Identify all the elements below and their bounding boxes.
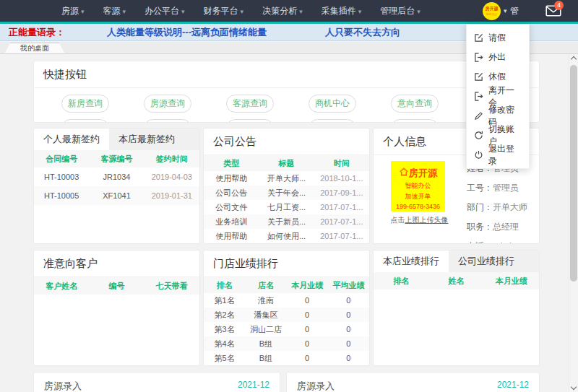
profile-fields: 姓名：管理员 工号：管理员 部门：开单大师 职务：总经理 电话：admin xyxy=(467,159,527,244)
listing-entry-chart-card: 房源录入 2021-12 xyxy=(33,372,280,392)
nav-menu-housing[interactable]: 房源▾ xyxy=(52,0,94,22)
nav-menu-bar: 房源▾ 客源▾ 办公平台▾ 财务平台▾ 决策分析▾ 采集插件▾ 管理后台▾ xyxy=(52,0,430,22)
notification-badge: 4 xyxy=(554,1,564,10)
table-row[interactable]: 使用帮助 如何使用... 2017-07-1... xyxy=(204,229,369,243)
listing-query-button[interactable]: 房源查询 xyxy=(144,95,191,113)
table-header-row: 排名 姓名 本月业绩 xyxy=(374,272,539,289)
user-dropdown-menu: 请假 外出 休假 离开一会 修改密码 切换账户 退出登录 xyxy=(466,24,530,169)
table-header-row: 合同编号 客源编号 签约时间 xyxy=(34,150,199,167)
customer-query-button[interactable]: 客源查询 xyxy=(226,95,274,113)
nav-menu-admin-backend[interactable]: 管理后台▾ xyxy=(371,0,430,22)
performance-tabs: 本店业绩排行 公司业绩排行 xyxy=(374,251,539,272)
add-rent-button[interactable]: 添加出租 xyxy=(144,119,191,123)
floorplan-design-button[interactable]: 户型设计 xyxy=(391,119,439,123)
listing-entry-chart-card: 房源录入 2021-12 xyxy=(286,372,540,392)
table-row[interactable]: 第1名淮南00 xyxy=(204,293,369,308)
ad-phone: 199-6578-3436 xyxy=(391,203,445,210)
table-row[interactable]: 业务培训 关于新员... 2017-07-1... xyxy=(204,214,369,229)
profile-field-position: 职务：总经理 xyxy=(467,217,527,237)
quick-buttons-row2: 添加出售 添加出租 添加求购 添加求租 户型设计 xyxy=(34,119,539,123)
table-row[interactable]: 第5名B组00 xyxy=(204,351,369,365)
ad-slogan-2: 加速开单 xyxy=(391,192,445,201)
tab-personal-signings[interactable]: 个人最新签约 xyxy=(34,129,109,150)
store-ranking-table: 排名 店名 本月业绩 平均业绩 第1名淮南00 第2名潘集区00 第3名洞山二店… xyxy=(204,277,369,365)
power-icon xyxy=(474,150,483,160)
store-ranking-card: 门店业绩排行 排名 店名 本月业绩 平均业绩 第1名淮南00 第2名潘集区00 … xyxy=(203,250,370,366)
prospect-customers-card: 准意向客户 客户姓名 编号 七天带看 xyxy=(33,250,200,366)
quote-text-1: 人类能量等级说明---远离负面情绪能量 xyxy=(107,24,267,41)
top-navbar: 房源▾ 客源▾ 办公平台▾ 财务平台▾ 决策分析▾ 采集插件▾ 管理后台▾ 房开… xyxy=(0,0,578,24)
signings-tabs: 个人最新签约 本店最新签约 xyxy=(34,129,199,150)
table-row[interactable]: 第3名洞山二店00 xyxy=(204,322,369,336)
chevron-down-icon: ▾ xyxy=(123,8,126,15)
quote-text-2: 人只要不失去方向 xyxy=(325,24,400,41)
table-header-row: 排名 店名 本月业绩 平均业绩 xyxy=(204,277,369,293)
chart-title: 房源录入 xyxy=(44,380,82,392)
quick-buttons-card: 快捷按钮 新房查询 房源查询 客源查询 商机中心 意向查询 添加出售 添加出租 … xyxy=(33,61,540,123)
sign-out-icon xyxy=(474,53,483,62)
chevron-down-icon: ▾ xyxy=(181,8,185,15)
chart-period-selector[interactable]: 2021-12 xyxy=(497,380,529,392)
edit-square-icon xyxy=(474,33,483,43)
edit-square-icon xyxy=(474,72,483,82)
nav-menu-collect-plugin[interactable]: 采集插件▾ xyxy=(312,0,371,22)
table-row[interactable]: HT-10005 XF1041 2019-01-31 xyxy=(34,186,199,205)
chevron-down-icon: ▾ xyxy=(358,8,362,15)
announcements-title: 公司公告 xyxy=(204,129,369,155)
announcements-card: 公司公告 类型 标题 时间 使用帮助 开单大师... 2018-10-1... … xyxy=(203,128,370,244)
menu-item-go-out[interactable]: 外出 xyxy=(467,48,529,67)
profile-field-phone: 电话：admin xyxy=(467,237,527,244)
sign-out-icon xyxy=(474,92,483,101)
ad-slogan-1: 智能办公 xyxy=(391,181,445,191)
performance-ranking-card: 本店业绩排行 公司业绩排行 排名 姓名 本月业绩 xyxy=(373,250,540,366)
chevron-down-icon: ▾ xyxy=(81,8,85,15)
tab-my-desktop[interactable]: 我的桌面 xyxy=(4,43,65,54)
latest-signings-card: 个人最新签约 本店最新签约 合同编号 客源编号 签约时间 HT-10003 JR… xyxy=(33,128,200,244)
nav-menu-finance-platform[interactable]: 财务平台▾ xyxy=(194,0,254,22)
table-row[interactable]: HT-10003 JR1034 2019-04-03 xyxy=(34,167,199,186)
nav-menu-decision-analysis[interactable]: 决策分析▾ xyxy=(253,0,312,22)
profile-field-department: 部门：开单大师 xyxy=(467,198,527,217)
pencil-icon xyxy=(474,111,483,121)
quick-buttons-row1: 新房查询 房源查询 客源查询 商机中心 意向查询 xyxy=(34,95,539,113)
scroll-up-arrow-icon[interactable] xyxy=(571,56,577,62)
tab-company-performance[interactable]: 公司业绩排行 xyxy=(449,251,524,272)
nav-menu-customers[interactable]: 客源▾ xyxy=(94,0,136,22)
upload-avatar-hint: 点击上图上传头像 xyxy=(385,215,454,225)
quote-label: 正能量语录： xyxy=(9,24,65,41)
signings-table: 合同编号 客源编号 签约时间 HT-10003 JR1034 2019-04-0… xyxy=(34,150,199,205)
avatar-upload-image[interactable]: 房开源 智能办公 加速开单 199-6578-3436 xyxy=(391,161,445,212)
scroll-down-arrow-icon[interactable] xyxy=(571,384,577,390)
tab-store-signings[interactable]: 本店最新签约 xyxy=(109,129,184,150)
intention-query-button[interactable]: 意向查询 xyxy=(391,95,439,113)
upload-avatar-link[interactable]: 上图上传头像 xyxy=(405,216,449,224)
table-header-row: 类型 标题 时间 xyxy=(204,155,369,171)
menu-item-logout[interactable]: 退出登录 xyxy=(467,145,529,165)
announcements-table: 类型 标题 时间 使用帮助 开单大师... 2018-10-1... 公司公告 … xyxy=(204,155,369,243)
store-ranking-title: 门店业绩排行 xyxy=(204,251,369,277)
menu-item-leave-request[interactable]: 请假 xyxy=(467,28,529,48)
table-row[interactable]: 第4名B组00 xyxy=(204,336,369,351)
table-row[interactable]: 公司公告 关于年会... 2017-09-1... xyxy=(204,186,369,200)
nav-menu-office-platform[interactable]: 办公平台▾ xyxy=(135,0,194,22)
chevron-down-icon: ▾ xyxy=(241,8,244,15)
add-sale-button[interactable]: 添加出售 xyxy=(61,119,109,123)
table-header-row: 客户姓名 编号 七天带看 xyxy=(34,277,199,295)
add-rent-request-button[interactable]: 添加求租 xyxy=(309,119,356,123)
chevron-down-icon: ▾ xyxy=(417,8,420,15)
add-buy-request-button[interactable]: 添加求购 xyxy=(226,119,274,123)
chevron-down-icon: ▾ xyxy=(504,0,507,22)
table-row[interactable]: 公司文件 七月工资... 2017-07-1... xyxy=(204,200,369,214)
avatar[interactable]: 房开源 智能办公 xyxy=(483,2,501,20)
chart-period-selector[interactable]: 2021-12 xyxy=(238,380,269,392)
business-center-button[interactable]: 商机中心 xyxy=(309,95,356,113)
quick-buttons-title: 快捷按钮 xyxy=(34,61,539,88)
profile-field-workno: 工号：管理员 xyxy=(467,178,527,198)
table-row[interactable]: 第2名潘集区00 xyxy=(204,308,369,322)
tab-store-performance[interactable]: 本店业绩排行 xyxy=(374,251,449,272)
vertical-scrollbar[interactable] xyxy=(569,54,578,392)
scrollbar-thumb[interactable] xyxy=(570,65,577,282)
table-row[interactable]: 使用帮助 开单大师... 2018-10-1... xyxy=(204,171,369,186)
new-house-query-button[interactable]: 新房查询 xyxy=(61,95,109,113)
refresh-icon xyxy=(474,131,483,140)
